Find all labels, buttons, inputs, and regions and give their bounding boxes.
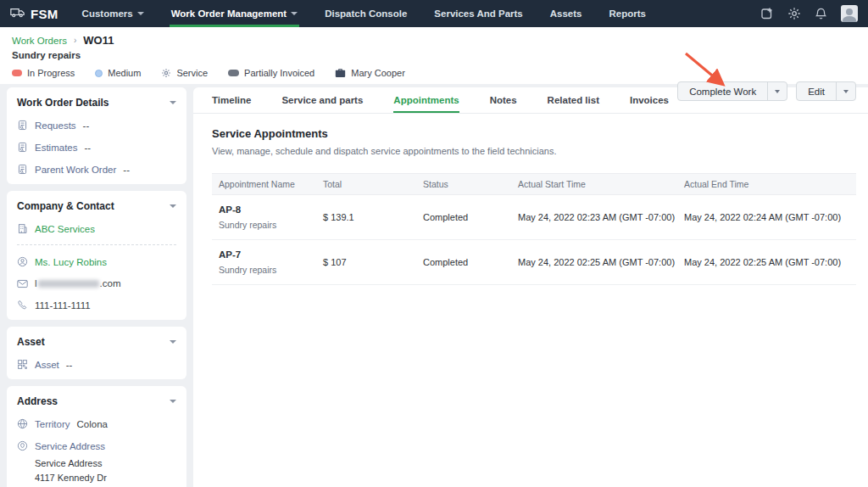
chevron-down-icon [775,90,780,93]
divider [17,244,176,245]
briefcase-icon [335,68,346,78]
complete-work-dropdown-button[interactable] [767,82,787,100]
sidebar-item-estimates[interactable]: Estimates -- [17,142,176,153]
nav-item-reports[interactable]: Reports [607,0,647,27]
company-link[interactable]: ABC Services [35,224,95,234]
service-address-label[interactable]: Service Address [35,441,105,451]
tab-notes[interactable]: Notes [490,87,517,113]
table-row[interactable]: AP-8 Sundry repairs $ 139.1 Completed Ma… [212,195,856,240]
breadcrumb-work-orders-link[interactable]: Work Orders [12,36,67,46]
notifications-bell-icon[interactable] [815,7,827,20]
brand-name: FSM [31,7,58,21]
in-progress-dot-icon [12,70,22,76]
contact-person-icon [17,256,28,267]
contact-link-row: Ms. Lucy Robins [17,256,176,267]
contact-email-row: l.com [17,278,176,288]
contact-phone-row: 111-111-1111 [17,299,176,311]
truck-logo-icon [10,6,25,21]
nav-item-customers[interactable]: Customers [81,0,146,27]
collapse-caret-icon[interactable] [170,400,176,403]
type-badge: Service [161,68,208,78]
header-action-buttons: Complete Work Edit [677,81,856,101]
appointment-subject: Sundry repairs [219,265,323,275]
section-title: Asset [17,336,45,348]
section-subtitle: View, manage, schedule and dispatch serv… [212,146,856,156]
section-title: Service Appointments [212,127,856,140]
complete-work-button[interactable]: Complete Work [678,82,767,100]
document-icon [17,164,28,175]
collapse-caret-icon[interactable] [170,340,176,344]
sidebar-item-asset[interactable]: Asset -- [17,359,176,370]
section-title: Company & Contact [17,200,114,212]
medium-priority-dot-icon [95,70,103,77]
appointment-start-time: May 24, 2022 02:23 AM (GMT -07:00) [518,212,684,222]
column-header-appointment-name: Appointment Name [219,179,323,189]
company-contact-card: Company & Contact ABC Services [7,191,186,320]
body-layout: Work Order Details Requests -- [0,84,868,487]
work-order-summary: Sundry repairs [12,50,856,60]
territory-globe-icon [17,418,28,429]
invoice-status-badge: Partially Invoiced [228,68,314,78]
work-order-details-card: Work Order Details Requests -- [7,87,186,184]
map-pin-icon [17,440,28,451]
work-order-header: Work Orders › WO11 Sundry repairs In Pro… [0,27,868,84]
company-link-row: ABC Services [17,223,176,234]
table-header-row: Appointment Name Total Status Actual Sta… [212,173,856,195]
appointment-status: Completed [423,257,518,267]
collapse-caret-icon[interactable] [170,204,176,208]
contact-email-masked: l.com [35,278,120,288]
appointments-table: Appointment Name Total Status Actual Sta… [212,173,856,285]
chevron-down-icon [137,12,144,15]
page-title: WO11 [83,34,114,47]
tab-invoices[interactable]: Invoices [630,87,669,113]
status-badge: In Progress [12,68,75,78]
priority-badge: Medium [95,68,141,78]
create-record-icon[interactable] [760,7,774,20]
contact-phone: 111-111-1111 [35,300,91,311]
appointment-end-time: May 24, 2022 02:25 AM (GMT -07:00) [684,257,856,267]
breadcrumb-separator: › [74,36,76,45]
app-logo[interactable]: FSM [10,0,58,27]
phone-icon [17,299,28,311]
company-building-icon [17,223,28,234]
address-card: Address Territory Colona [7,386,186,487]
nav-item-services-and-parts[interactable]: Services And Parts [432,0,524,27]
column-header-actual-start-time: Actual Start Time [518,179,684,189]
contact-link[interactable]: Ms. Lucy Robins [35,257,107,267]
service-address-row: Service Address [17,440,176,451]
appointment-total: $ 139.1 [323,212,423,222]
edit-button[interactable]: Edit [797,82,836,100]
chevron-down-icon [843,90,849,93]
territory-label[interactable]: Territory [35,419,70,429]
tab-service-and-parts[interactable]: Service and parts [281,87,363,113]
edit-dropdown-button[interactable] [836,82,855,100]
tab-timeline[interactable]: Timeline [212,87,251,113]
nav-item-work-order-management[interactable]: Work Order Management [170,0,300,27]
asset-qr-icon [17,359,28,370]
main-panel: Timeline Service and parts Appointments … [193,87,868,487]
appointment-name[interactable]: AP-8 [219,204,323,215]
document-icon [17,120,28,131]
appointment-total: $ 107 [323,257,423,267]
asset-card: Asset Asset -- [7,327,186,379]
appointment-subject: Sundry repairs [219,220,323,230]
app-window: FSM Customers Work Order Management Disp… [0,0,868,487]
settings-gear-icon[interactable] [787,7,801,20]
column-header-status: Status [423,179,518,189]
sidebar-item-requests[interactable]: Requests -- [17,120,176,131]
tab-related-list[interactable]: Related list [548,87,599,113]
sidebar-item-parent-work-order[interactable]: Parent Work Order -- [17,164,176,175]
tab-appointments[interactable]: Appointments [393,87,459,113]
appointment-name[interactable]: AP-7 [219,249,323,260]
column-header-total: Total [323,179,423,189]
collapse-caret-icon[interactable] [170,101,176,104]
service-gear-icon [161,68,171,78]
appointment-start-time: May 24, 2022 02:25 AM (GMT -07:00) [518,257,684,267]
status-badge-row: In Progress Medium Service Partially Inv… [12,68,856,78]
nav-item-dispatch-console[interactable]: Dispatch Console [323,0,409,27]
user-avatar[interactable] [841,5,858,22]
nav-item-assets[interactable]: Assets [548,0,584,27]
table-row[interactable]: AP-7 Sundry repairs $ 107 Completed May … [212,240,856,285]
service-address-text: Service Address 4117 Kennedy Dr East Mol… [35,456,176,487]
appointment-end-time: May 24, 2022 02:24 AM (GMT -07:00) [684,212,856,222]
